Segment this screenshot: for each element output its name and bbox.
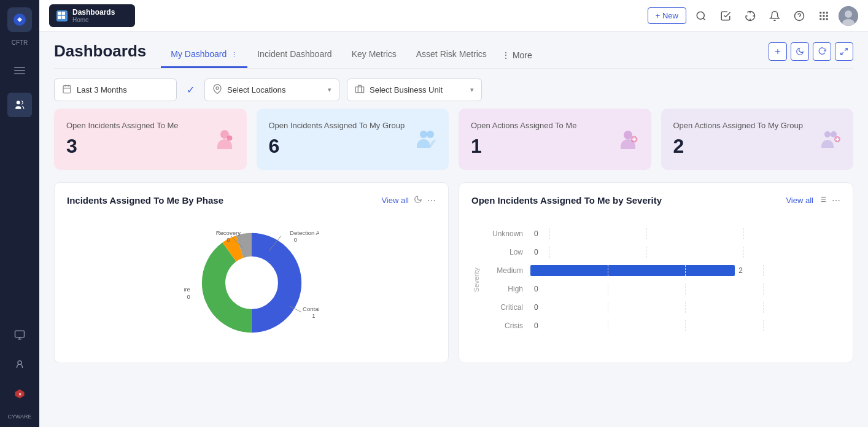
- tab-asset-risk-metrics[interactable]: Asset Risk Metrics: [406, 42, 497, 68]
- sidebar-cyware-icon[interactable]: ✕: [7, 382, 32, 406]
- bar-row-crisis: Crisis 0: [486, 317, 840, 335]
- tab-key-metrics[interactable]: Key Metrics: [342, 42, 406, 68]
- date-filter-value: Last 3 Months: [77, 85, 127, 94]
- sidebar: CFTR ✕ CYWARE: [0, 0, 39, 427]
- bar-row-low: Low 0: [486, 243, 840, 261]
- bar-track-crisis: 0: [530, 320, 840, 331]
- metric-value-2: 1: [471, 135, 639, 158]
- metric-value-0: 3: [66, 135, 234, 158]
- expand-button[interactable]: [835, 42, 853, 61]
- brand-text: Dashboards Home: [72, 8, 115, 23]
- user-avatar[interactable]: [839, 6, 858, 26]
- metric-icon-0: [212, 127, 237, 152]
- add-widget-button[interactable]: [769, 42, 787, 61]
- svg-text:Detection A...: Detection A...: [290, 229, 319, 236]
- sidebar-person-icon[interactable]: [7, 352, 32, 377]
- topbar: Dashboards Home + New: [39, 0, 868, 32]
- topbar-brand[interactable]: Dashboards Home: [49, 4, 135, 27]
- svg-point-56: [226, 257, 277, 309]
- metric-label-3: Open Actions Assigned To My Group: [673, 121, 842, 130]
- search-icon[interactable]: [691, 6, 711, 26]
- svg-point-6: [18, 361, 21, 364]
- app-logo[interactable]: [7, 7, 32, 32]
- bell-icon[interactable]: [765, 6, 785, 26]
- tab-my-dashboard[interactable]: My Dashboard ⋮: [161, 42, 247, 68]
- bar-track-critical: 0: [530, 302, 840, 313]
- sidebar-menu-icon[interactable]: [7, 58, 32, 83]
- svg-text:0: 0: [187, 293, 190, 300]
- bar-track-high: 0: [530, 283, 840, 294]
- svg-rect-25: [826, 18, 828, 20]
- metric-label-1: Open Incidents Assigned To My Group: [269, 121, 437, 130]
- metric-value-1: 6: [269, 135, 437, 158]
- phase-chart-header: Incidents Assigned To Me By Phase View a…: [67, 195, 436, 206]
- sidebar-users-icon[interactable]: [7, 93, 32, 117]
- svg-point-37: [216, 87, 219, 90]
- bar-label-critical: Critical: [486, 303, 523, 312]
- svg-rect-18: [823, 12, 825, 13]
- svg-text:Containment: Containment: [303, 306, 319, 312]
- brand-sub: Home: [72, 17, 115, 23]
- tab-incident-dashboard[interactable]: Incident Dashboard: [247, 42, 341, 68]
- sidebar-monitor-icon[interactable]: [7, 323, 32, 347]
- severity-more-icon[interactable]: ⋯: [832, 196, 840, 206]
- svg-text:✕: ✕: [18, 393, 21, 396]
- svg-rect-10: [62, 12, 65, 15]
- svg-line-32: [841, 52, 843, 55]
- bar-row-high: High 0: [486, 280, 840, 298]
- phase-more-icon[interactable]: ⋯: [427, 196, 436, 206]
- svg-point-48: [831, 131, 837, 137]
- svg-point-47: [824, 131, 831, 137]
- metric-cards: Open Incidents Assigned To Me 3 Open Inc…: [54, 109, 853, 170]
- refresh-icon[interactable]: [740, 6, 760, 26]
- bar-row-medium: Medium 2: [486, 261, 840, 280]
- svg-point-40: [227, 136, 232, 140]
- business-unit-value: Select Business Unit: [370, 85, 465, 94]
- dark-mode-button[interactable]: [791, 42, 809, 61]
- phase-dark-mode-icon[interactable]: [414, 195, 422, 206]
- business-unit-filter[interactable]: Select Business Unit ▾: [347, 79, 482, 101]
- svg-rect-23: [820, 18, 821, 20]
- severity-chart-body: Severity Unknown: [471, 215, 840, 344]
- new-button[interactable]: + New: [648, 7, 686, 24]
- severity-chart-title: Open Incidents Assigned To Me by Severit…: [471, 195, 662, 206]
- metric-card-open-incidents-me[interactable]: Open Incidents Assigned To Me 3: [54, 109, 247, 170]
- date-filter[interactable]: Last 3 Months: [54, 79, 177, 101]
- severity-view-all[interactable]: View all: [786, 196, 813, 205]
- location-filter[interactable]: Select Locations ▾: [204, 79, 339, 101]
- svg-rect-38: [355, 87, 363, 93]
- tasks-icon[interactable]: [716, 6, 735, 26]
- sidebar-bottom: ✕ CYWARE: [7, 323, 32, 420]
- bar-chart: Unknown 0: [486, 215, 840, 344]
- main-content: Dashboards Home + New: [39, 0, 868, 427]
- brand-icon: [56, 10, 68, 21]
- refresh-dashboard-button[interactable]: [813, 42, 831, 61]
- svg-rect-33: [63, 86, 71, 93]
- phase-view-all[interactable]: View all: [381, 196, 409, 205]
- svg-rect-24: [823, 18, 825, 20]
- severity-chart-actions: View all ⋯: [786, 195, 840, 206]
- metric-card-open-actions-group[interactable]: Open Actions Assigned To My Group 2: [661, 109, 854, 170]
- svg-point-41: [420, 131, 427, 138]
- svg-line-31: [845, 48, 847, 50]
- page-title: Dashboards: [54, 42, 146, 68]
- donut-chart-svg: Recovery 0 Detection A... 0 Closure 0 Co…: [184, 218, 319, 347]
- bar-track-unknown: 0: [530, 228, 840, 239]
- tab-more[interactable]: ⋮ More: [497, 42, 537, 68]
- svg-rect-17: [820, 12, 821, 13]
- svg-point-27: [845, 10, 852, 18]
- grid-icon[interactable]: [814, 6, 834, 26]
- metric-icon-3: [819, 127, 843, 152]
- svg-text:Recovery: Recovery: [215, 229, 240, 236]
- phase-chart-actions: View all ⋯: [381, 195, 436, 206]
- bar-row-critical: Critical 0: [486, 298, 840, 317]
- severity-list-icon[interactable]: [818, 195, 827, 206]
- metric-card-open-actions-me[interactable]: Open Actions Assigned To Me 1: [459, 109, 651, 170]
- page-header: Dashboards My Dashboard ⋮ Incident Dashb…: [54, 32, 853, 69]
- svg-text:Closure: Closure: [184, 286, 190, 293]
- filter-check-icon: ✓: [187, 84, 195, 96]
- svg-point-42: [427, 131, 434, 138]
- help-icon[interactable]: [789, 6, 809, 26]
- page-header-actions: [769, 42, 853, 68]
- metric-card-open-incidents-group[interactable]: Open Incidents Assigned To My Group 6: [257, 109, 449, 170]
